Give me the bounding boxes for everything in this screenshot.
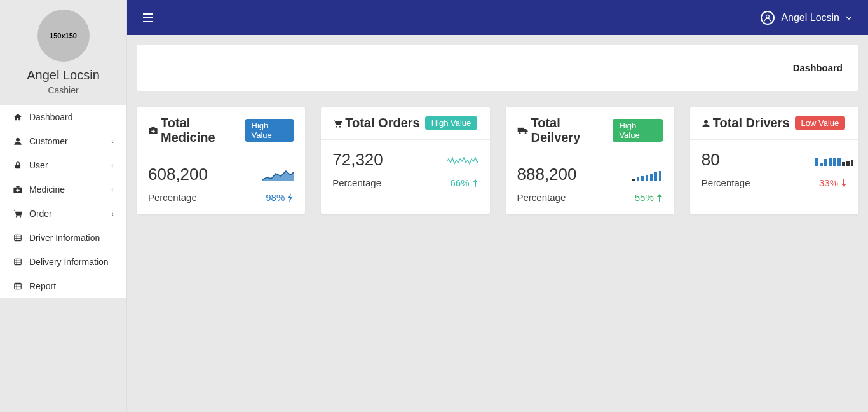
trend-icon bbox=[656, 194, 663, 202]
sidebar-item-order[interactable]: Order‹ bbox=[0, 202, 126, 226]
svg-point-29 bbox=[339, 126, 341, 128]
stat-header: Total DeilveryHigh Value bbox=[506, 107, 674, 154]
sidebar-item-label: Medicine bbox=[29, 184, 65, 195]
sidebar-item-dashboard[interactable]: Dashboard bbox=[0, 105, 126, 129]
user-icon bbox=[13, 137, 23, 146]
svg-point-0 bbox=[16, 138, 20, 142]
sparkline bbox=[262, 168, 294, 181]
svg-rect-42 bbox=[820, 163, 823, 166]
medkit-icon bbox=[13, 185, 23, 194]
cart-icon bbox=[332, 119, 342, 128]
stat-percentage: 55% bbox=[635, 192, 663, 203]
svg-rect-36 bbox=[646, 175, 648, 181]
svg-rect-33 bbox=[632, 179, 635, 181]
topbar-user-name: Angel Locsin bbox=[781, 12, 839, 24]
svg-point-31 bbox=[519, 132, 520, 134]
svg-point-23 bbox=[766, 15, 770, 18]
svg-rect-35 bbox=[641, 176, 644, 181]
stat-badge: High Value bbox=[425, 116, 478, 130]
svg-rect-21 bbox=[143, 17, 153, 18]
stat-card-total-drivers: Total DriversLow Value80Percentage33% bbox=[690, 107, 858, 214]
trend-icon bbox=[472, 179, 478, 187]
stat-card-total-orders: Total OrdersHigh Value72,320Percentage66… bbox=[321, 107, 489, 214]
sidebar-item-delivery-information[interactable]: Delivery Information bbox=[0, 250, 126, 274]
list-icon bbox=[13, 282, 23, 291]
cart-icon bbox=[13, 209, 23, 218]
sparkline bbox=[815, 154, 847, 167]
stat-percentage-label: Percentage bbox=[148, 192, 197, 203]
svg-rect-41 bbox=[815, 158, 818, 166]
svg-rect-20 bbox=[143, 13, 153, 15]
sidebar-item-report[interactable]: Report bbox=[0, 274, 126, 298]
stat-value: 888,200 bbox=[517, 165, 577, 184]
sidebar-item-driver-information[interactable]: Driver Information bbox=[0, 226, 126, 250]
sidebar-item-label: Driver Information bbox=[29, 233, 100, 243]
svg-point-6 bbox=[16, 216, 18, 218]
svg-rect-25 bbox=[151, 127, 154, 128]
user-dropdown[interactable]: Angel Locsin bbox=[761, 11, 852, 25]
profile-role: Cashier bbox=[0, 85, 126, 95]
chevron-left-icon: ‹ bbox=[111, 186, 114, 193]
hamburger-icon[interactable] bbox=[143, 13, 153, 22]
user-icon bbox=[761, 11, 775, 25]
svg-rect-49 bbox=[851, 160, 853, 166]
stat-percentage-label: Percentage bbox=[702, 177, 750, 188]
main-area: Angel Locsin Dashboard Total MedicineHig… bbox=[127, 0, 868, 412]
stats-row: Total MedicineHigh Value608,200Percentag… bbox=[137, 107, 858, 214]
list-icon bbox=[13, 233, 23, 242]
sidebar-item-label: Customer bbox=[29, 136, 68, 146]
sidebar-item-medicine[interactable]: Medicine‹ bbox=[0, 177, 126, 202]
sidebar-item-customer[interactable]: Customer‹ bbox=[0, 129, 126, 153]
svg-rect-34 bbox=[637, 177, 639, 181]
sidebar-item-user[interactable]: User‹ bbox=[0, 153, 126, 177]
svg-rect-37 bbox=[650, 174, 653, 181]
sparkline bbox=[447, 154, 478, 167]
svg-rect-38 bbox=[654, 172, 657, 181]
medkit-icon bbox=[148, 126, 158, 135]
stat-body: 888,200Percentage55% bbox=[506, 154, 674, 214]
svg-point-28 bbox=[336, 126, 337, 128]
sidebar-item-label: Order bbox=[29, 209, 52, 219]
breadcrumb: Dashboard bbox=[137, 45, 858, 91]
content: Dashboard Total MedicineHigh Value608,20… bbox=[127, 35, 868, 224]
svg-point-32 bbox=[524, 132, 526, 134]
stat-percentage: 98% bbox=[266, 192, 294, 203]
trend-icon bbox=[841, 179, 847, 187]
stat-badge: High Value bbox=[245, 119, 294, 142]
svg-rect-3 bbox=[16, 186, 19, 188]
stat-body: 608,200Percentage98% bbox=[137, 154, 305, 214]
sidebar-item-label: Delivery Information bbox=[29, 257, 109, 267]
chevron-down-icon bbox=[846, 16, 852, 20]
stat-title: Total Deilvery bbox=[531, 116, 608, 145]
sidebar-item-label: Dashboard bbox=[29, 112, 73, 122]
stat-card-total-deilvery: Total DeilveryHigh Value888,200Percentag… bbox=[506, 107, 674, 214]
svg-rect-8 bbox=[15, 235, 22, 240]
stat-body: 80Percentage33% bbox=[690, 140, 858, 200]
svg-rect-1 bbox=[15, 165, 20, 168]
lock-icon bbox=[13, 161, 23, 170]
svg-rect-5 bbox=[16, 190, 19, 191]
profile-section: 150x150 Angel Locsin Cashier bbox=[0, 0, 126, 105]
stat-percentage: 66% bbox=[450, 177, 478, 188]
sidebar-item-label: Report bbox=[29, 281, 56, 291]
svg-rect-12 bbox=[15, 259, 22, 264]
stat-percentage-label: Percentage bbox=[517, 192, 566, 203]
svg-rect-44 bbox=[829, 158, 832, 166]
stat-title: Total Medicine bbox=[161, 116, 240, 145]
chevron-left-icon: ‹ bbox=[111, 137, 114, 145]
stat-badge: Low Value bbox=[795, 116, 846, 130]
stat-header: Total MedicineHigh Value bbox=[137, 107, 305, 154]
stat-value: 608,200 bbox=[148, 165, 208, 184]
stat-header: Total DriversLow Value bbox=[690, 107, 858, 140]
stat-title: Total Drivers bbox=[713, 116, 790, 130]
sidebar: 150x150 Angel Locsin Cashier DashboardCu… bbox=[0, 0, 127, 412]
stat-value: 80 bbox=[702, 150, 720, 170]
svg-rect-22 bbox=[143, 21, 153, 22]
chevron-left-icon: ‹ bbox=[111, 161, 114, 169]
stat-title: Total Orders bbox=[345, 116, 419, 130]
svg-rect-46 bbox=[837, 158, 841, 166]
stat-header: Total OrdersHigh Value bbox=[321, 107, 489, 140]
sparkline bbox=[631, 168, 663, 181]
profile-name: Angel Locsin bbox=[0, 68, 126, 83]
topbar: Angel Locsin bbox=[127, 0, 868, 35]
